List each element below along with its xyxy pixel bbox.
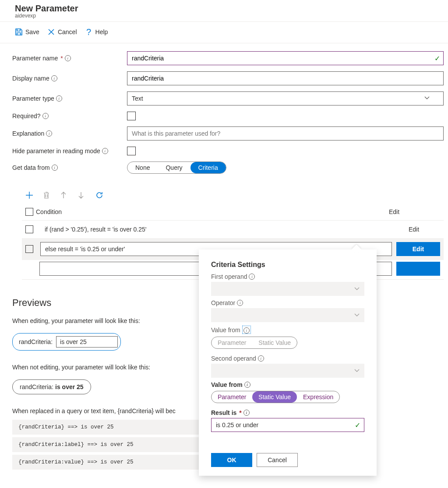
cancel-label: Cancel: [58, 28, 77, 35]
edit-button-stub[interactable]: [396, 262, 440, 276]
value-from-1-pills: Parameter Static Value: [211, 337, 297, 349]
pill-none[interactable]: None: [127, 162, 158, 173]
parameter-type-select[interactable]: Text: [127, 91, 444, 105]
result-is-input[interactable]: is 0.25 or under ✓: [211, 418, 364, 432]
second-operand-select[interactable]: [211, 364, 364, 378]
operator-label: Operator: [211, 299, 235, 306]
operator-select[interactable]: [211, 308, 364, 322]
pill-static-value-2[interactable]: Static Value: [252, 391, 297, 403]
parameter-type-value: Text: [132, 95, 143, 102]
page-header: New Parameter aidevexp: [0, 0, 448, 22]
pill-criteria[interactable]: Criteria: [190, 162, 226, 173]
cancel-button[interactable]: Cancel: [257, 453, 298, 467]
info-icon[interactable]: i: [51, 75, 57, 81]
editing-preview-chip: randCriteria: is over 25: [12, 333, 121, 351]
display-name-input[interactable]: [127, 71, 444, 85]
result-is-label: Result is: [211, 409, 236, 416]
arrow-up-icon[interactable]: [60, 191, 68, 199]
pill-parameter-1[interactable]: Parameter: [212, 337, 252, 348]
checkmark-icon: ✓: [434, 54, 440, 63]
criteria-settings-popover: Criteria Settings First operandi Operato…: [199, 249, 377, 476]
first-operand-select[interactable]: [211, 282, 364, 296]
chevron-down-icon: [354, 312, 360, 318]
info-icon[interactable]: i: [46, 130, 52, 137]
parameter-name-label: Parameter name: [12, 55, 58, 62]
pill-expression[interactable]: Expression: [297, 391, 339, 403]
display-name-label: Display name: [12, 75, 49, 82]
info-icon[interactable]: i: [244, 382, 250, 388]
popover-title: Criteria Settings: [211, 261, 364, 269]
hide-checkbox[interactable]: [127, 147, 136, 155]
value-from-label-1: Value from: [211, 327, 240, 334]
condition-column-header: Condition: [36, 208, 348, 215]
ok-button[interactable]: OK: [211, 453, 252, 467]
close-icon: [47, 28, 55, 36]
pill-static-value-1[interactable]: Static Value: [252, 337, 297, 348]
info-icon[interactable]: i: [52, 165, 58, 171]
delete-icon[interactable]: [43, 191, 51, 199]
page-title: New Parameter: [15, 4, 448, 14]
required-label: Required?: [12, 112, 41, 119]
hide-label: Hide parameter in reading mode: [12, 147, 100, 154]
info-icon[interactable]: i: [243, 327, 250, 334]
info-icon[interactable]: i: [258, 355, 264, 362]
condition-text: if (rand > '0.25'), result = 'is over 0.…: [40, 222, 383, 236]
required-asterisk: *: [60, 55, 63, 62]
edit-column-header: Edit: [348, 208, 440, 215]
required-checkbox[interactable]: [127, 112, 136, 120]
parameter-name-input[interactable]: [127, 51, 444, 65]
info-icon[interactable]: i: [102, 148, 108, 154]
second-operand-label: Second operand: [211, 355, 256, 362]
criteria-toolbar: [22, 188, 444, 201]
row-checkbox[interactable]: [25, 245, 33, 253]
parameter-type-label: Parameter type: [12, 95, 54, 102]
chip-value-input[interactable]: is over 25: [56, 336, 118, 348]
explanation-label: Explanation: [12, 130, 44, 137]
explanation-input[interactable]: [127, 126, 444, 140]
chevron-down-icon: [354, 286, 360, 292]
chevron-down-icon: [424, 95, 430, 102]
select-all-checkbox[interactable]: [25, 208, 33, 216]
arrow-down-icon[interactable]: [78, 191, 86, 199]
chip-label: randCriteria:: [19, 338, 53, 345]
code-preview-3: {randCriteria:value} ==> is over 25: [12, 455, 201, 470]
info-icon[interactable]: i: [42, 113, 49, 119]
save-label: Save: [25, 28, 39, 35]
form: Parameter name * i ✓ Display name i Para…: [0, 43, 448, 174]
first-operand-label: First operand: [211, 273, 247, 280]
value-from-2-pills: Parameter Static Value Expression: [211, 391, 340, 403]
pill-query[interactable]: Query: [158, 162, 190, 173]
toolbar: Save Cancel ? Help: [0, 22, 448, 43]
info-icon[interactable]: i: [65, 55, 71, 61]
page-subtitle: aidevexp: [15, 13, 448, 19]
add-icon[interactable]: [25, 191, 33, 199]
checkmark-icon: ✓: [355, 421, 360, 429]
row-checkbox[interactable]: [25, 225, 33, 233]
result-is-value: is 0.25 or under: [216, 421, 258, 428]
pill-parameter-2[interactable]: Parameter: [212, 391, 252, 403]
info-icon[interactable]: i: [249, 274, 255, 280]
readonly-preview-chip: randCriteria: is over 25: [12, 379, 91, 394]
info-icon[interactable]: i: [56, 95, 62, 102]
info-icon[interactable]: i: [243, 410, 250, 416]
code-preview-1: {randCriteria} ==> is over 25: [12, 420, 201, 435]
criteria-row: if (rand > '0.25'), result = 'is over 0.…: [22, 221, 444, 238]
edit-link[interactable]: Edit: [388, 226, 440, 233]
get-data-pills: None Query Criteria: [127, 161, 226, 174]
help-label: Help: [95, 28, 108, 35]
value-from-label-2: Value from: [211, 381, 243, 388]
cancel-button[interactable]: Cancel: [47, 28, 77, 36]
chip2-value: is over 25: [55, 383, 84, 390]
get-data-label: Get data from: [12, 164, 50, 171]
edit-button[interactable]: Edit: [396, 242, 440, 256]
refresh-icon[interactable]: [95, 191, 103, 199]
chip2-label: randCriteria:: [20, 383, 53, 390]
info-icon[interactable]: i: [237, 300, 243, 306]
required-asterisk: *: [239, 409, 241, 416]
chevron-down-icon: [354, 368, 360, 374]
save-button[interactable]: Save: [15, 28, 39, 36]
save-icon: [15, 28, 23, 36]
help-button[interactable]: ? Help: [85, 28, 108, 36]
criteria-table-header: Condition Edit: [22, 204, 444, 221]
help-icon: ?: [85, 28, 93, 36]
